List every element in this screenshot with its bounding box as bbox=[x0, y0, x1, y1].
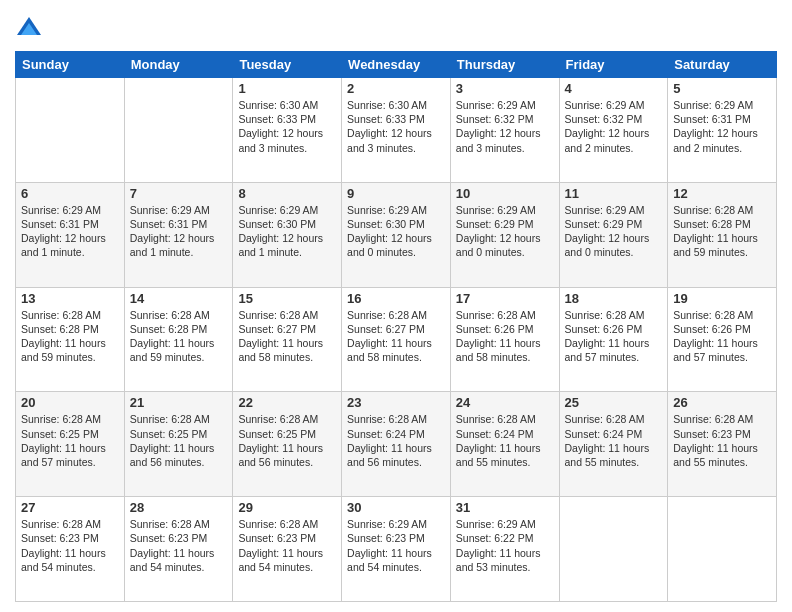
calendar-cell: 26 Sunrise: 6:28 AM Sunset: 6:23 PM Dayl… bbox=[668, 392, 777, 497]
calendar-cell bbox=[16, 78, 125, 183]
sunrise-text: Sunrise: 6:28 AM bbox=[238, 309, 318, 321]
calendar-cell: 17 Sunrise: 6:28 AM Sunset: 6:26 PM Dayl… bbox=[450, 287, 559, 392]
day-number: 24 bbox=[456, 395, 554, 410]
sunrise-text: Sunrise: 6:28 AM bbox=[565, 413, 645, 425]
week-row-3: 13 Sunrise: 6:28 AM Sunset: 6:28 PM Dayl… bbox=[16, 287, 777, 392]
daylight-text: Daylight: 11 hours and 59 minutes. bbox=[21, 337, 106, 363]
daylight-text: Daylight: 11 hours and 55 minutes. bbox=[673, 442, 758, 468]
sunrise-text: Sunrise: 6:28 AM bbox=[673, 309, 753, 321]
day-number: 1 bbox=[238, 81, 336, 96]
day-number: 9 bbox=[347, 186, 445, 201]
day-number: 17 bbox=[456, 291, 554, 306]
day-info: Sunrise: 6:29 AM Sunset: 6:22 PM Dayligh… bbox=[456, 517, 554, 574]
calendar-cell: 9 Sunrise: 6:29 AM Sunset: 6:30 PM Dayli… bbox=[342, 182, 451, 287]
daylight-text: Daylight: 11 hours and 54 minutes. bbox=[21, 547, 106, 573]
sunset-text: Sunset: 6:30 PM bbox=[347, 218, 425, 230]
day-number: 23 bbox=[347, 395, 445, 410]
daylight-text: Daylight: 12 hours and 2 minutes. bbox=[565, 127, 650, 153]
sunset-text: Sunset: 6:32 PM bbox=[565, 113, 643, 125]
calendar-cell: 15 Sunrise: 6:28 AM Sunset: 6:27 PM Dayl… bbox=[233, 287, 342, 392]
day-info: Sunrise: 6:28 AM Sunset: 6:23 PM Dayligh… bbox=[238, 517, 336, 574]
day-number: 8 bbox=[238, 186, 336, 201]
sunrise-text: Sunrise: 6:28 AM bbox=[565, 309, 645, 321]
day-info: Sunrise: 6:28 AM Sunset: 6:28 PM Dayligh… bbox=[130, 308, 228, 365]
sunset-text: Sunset: 6:26 PM bbox=[673, 323, 751, 335]
calendar-cell: 27 Sunrise: 6:28 AM Sunset: 6:23 PM Dayl… bbox=[16, 497, 125, 602]
sunrise-text: Sunrise: 6:28 AM bbox=[347, 413, 427, 425]
day-info: Sunrise: 6:29 AM Sunset: 6:29 PM Dayligh… bbox=[565, 203, 663, 260]
daylight-text: Daylight: 11 hours and 54 minutes. bbox=[130, 547, 215, 573]
daylight-text: Daylight: 11 hours and 57 minutes. bbox=[565, 337, 650, 363]
sunset-text: Sunset: 6:27 PM bbox=[238, 323, 316, 335]
day-info: Sunrise: 6:28 AM Sunset: 6:25 PM Dayligh… bbox=[21, 412, 119, 469]
day-info: Sunrise: 6:29 AM Sunset: 6:29 PM Dayligh… bbox=[456, 203, 554, 260]
day-number: 26 bbox=[673, 395, 771, 410]
calendar-cell: 31 Sunrise: 6:29 AM Sunset: 6:22 PM Dayl… bbox=[450, 497, 559, 602]
calendar-cell: 3 Sunrise: 6:29 AM Sunset: 6:32 PM Dayli… bbox=[450, 78, 559, 183]
calendar-cell: 23 Sunrise: 6:28 AM Sunset: 6:24 PM Dayl… bbox=[342, 392, 451, 497]
sunrise-text: Sunrise: 6:28 AM bbox=[130, 309, 210, 321]
sunrise-text: Sunrise: 6:28 AM bbox=[21, 413, 101, 425]
daylight-text: Daylight: 11 hours and 54 minutes. bbox=[347, 547, 432, 573]
day-number: 19 bbox=[673, 291, 771, 306]
day-number: 10 bbox=[456, 186, 554, 201]
week-row-2: 6 Sunrise: 6:29 AM Sunset: 6:31 PM Dayli… bbox=[16, 182, 777, 287]
calendar-cell: 4 Sunrise: 6:29 AM Sunset: 6:32 PM Dayli… bbox=[559, 78, 668, 183]
day-info: Sunrise: 6:28 AM Sunset: 6:23 PM Dayligh… bbox=[130, 517, 228, 574]
sunset-text: Sunset: 6:23 PM bbox=[130, 532, 208, 544]
daylight-text: Daylight: 12 hours and 3 minutes. bbox=[347, 127, 432, 153]
sunset-text: Sunset: 6:28 PM bbox=[130, 323, 208, 335]
sunrise-text: Sunrise: 6:29 AM bbox=[456, 204, 536, 216]
day-info: Sunrise: 6:29 AM Sunset: 6:23 PM Dayligh… bbox=[347, 517, 445, 574]
calendar-cell: 12 Sunrise: 6:28 AM Sunset: 6:28 PM Dayl… bbox=[668, 182, 777, 287]
day-info: Sunrise: 6:28 AM Sunset: 6:27 PM Dayligh… bbox=[238, 308, 336, 365]
weekday-header-monday: Monday bbox=[124, 52, 233, 78]
calendar-cell: 30 Sunrise: 6:29 AM Sunset: 6:23 PM Dayl… bbox=[342, 497, 451, 602]
day-info: Sunrise: 6:30 AM Sunset: 6:33 PM Dayligh… bbox=[347, 98, 445, 155]
day-number: 6 bbox=[21, 186, 119, 201]
daylight-text: Daylight: 11 hours and 56 minutes. bbox=[347, 442, 432, 468]
sunrise-text: Sunrise: 6:28 AM bbox=[238, 518, 318, 530]
day-number: 5 bbox=[673, 81, 771, 96]
day-number: 7 bbox=[130, 186, 228, 201]
calendar-cell: 7 Sunrise: 6:29 AM Sunset: 6:31 PM Dayli… bbox=[124, 182, 233, 287]
sunrise-text: Sunrise: 6:28 AM bbox=[130, 413, 210, 425]
daylight-text: Daylight: 11 hours and 58 minutes. bbox=[238, 337, 323, 363]
weekday-header-sunday: Sunday bbox=[16, 52, 125, 78]
day-info: Sunrise: 6:28 AM Sunset: 6:26 PM Dayligh… bbox=[565, 308, 663, 365]
day-number: 15 bbox=[238, 291, 336, 306]
sunset-text: Sunset: 6:29 PM bbox=[456, 218, 534, 230]
sunset-text: Sunset: 6:31 PM bbox=[21, 218, 99, 230]
daylight-text: Daylight: 12 hours and 0 minutes. bbox=[565, 232, 650, 258]
sunrise-text: Sunrise: 6:30 AM bbox=[238, 99, 318, 111]
sunset-text: Sunset: 6:31 PM bbox=[673, 113, 751, 125]
weekday-header-friday: Friday bbox=[559, 52, 668, 78]
header bbox=[15, 15, 777, 43]
calendar-cell: 20 Sunrise: 6:28 AM Sunset: 6:25 PM Dayl… bbox=[16, 392, 125, 497]
calendar-cell: 28 Sunrise: 6:28 AM Sunset: 6:23 PM Dayl… bbox=[124, 497, 233, 602]
day-info: Sunrise: 6:29 AM Sunset: 6:31 PM Dayligh… bbox=[130, 203, 228, 260]
sunset-text: Sunset: 6:24 PM bbox=[565, 428, 643, 440]
day-info: Sunrise: 6:29 AM Sunset: 6:30 PM Dayligh… bbox=[347, 203, 445, 260]
day-number: 29 bbox=[238, 500, 336, 515]
day-info: Sunrise: 6:29 AM Sunset: 6:30 PM Dayligh… bbox=[238, 203, 336, 260]
sunrise-text: Sunrise: 6:28 AM bbox=[21, 518, 101, 530]
day-number: 31 bbox=[456, 500, 554, 515]
sunrise-text: Sunrise: 6:29 AM bbox=[565, 204, 645, 216]
day-number: 18 bbox=[565, 291, 663, 306]
calendar-cell: 19 Sunrise: 6:28 AM Sunset: 6:26 PM Dayl… bbox=[668, 287, 777, 392]
sunset-text: Sunset: 6:32 PM bbox=[456, 113, 534, 125]
weekday-header-row: SundayMondayTuesdayWednesdayThursdayFrid… bbox=[16, 52, 777, 78]
weekday-header-tuesday: Tuesday bbox=[233, 52, 342, 78]
sunrise-text: Sunrise: 6:28 AM bbox=[673, 204, 753, 216]
weekday-header-wednesday: Wednesday bbox=[342, 52, 451, 78]
sunset-text: Sunset: 6:26 PM bbox=[565, 323, 643, 335]
daylight-text: Daylight: 11 hours and 59 minutes. bbox=[673, 232, 758, 258]
daylight-text: Daylight: 12 hours and 1 minute. bbox=[238, 232, 323, 258]
sunset-text: Sunset: 6:28 PM bbox=[673, 218, 751, 230]
daylight-text: Daylight: 11 hours and 55 minutes. bbox=[565, 442, 650, 468]
day-number: 20 bbox=[21, 395, 119, 410]
day-info: Sunrise: 6:28 AM Sunset: 6:23 PM Dayligh… bbox=[21, 517, 119, 574]
day-number: 13 bbox=[21, 291, 119, 306]
sunset-text: Sunset: 6:23 PM bbox=[238, 532, 316, 544]
